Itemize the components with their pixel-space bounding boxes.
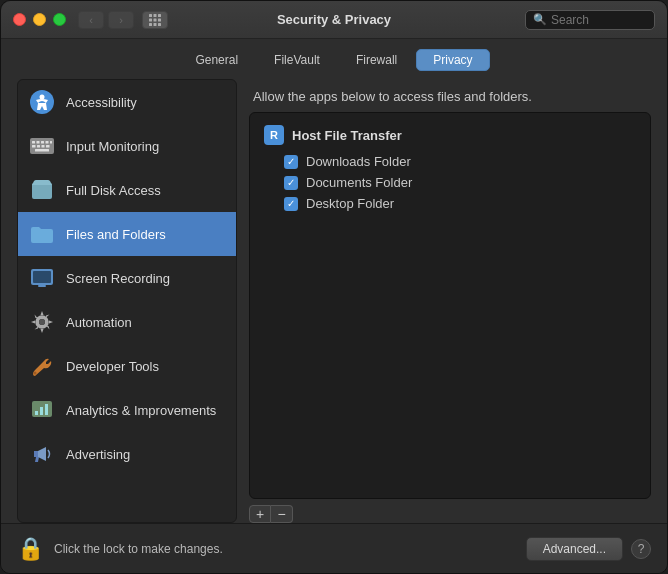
wrench-icon-container [28, 352, 56, 380]
svg-rect-23 [33, 271, 51, 283]
app-header: R Host File Transfer [258, 121, 642, 151]
grid-button[interactable] [142, 11, 168, 29]
folder-icon-container [28, 220, 56, 248]
svg-point-27 [39, 319, 45, 325]
nav-buttons: ‹ › [78, 11, 134, 29]
sidebar-item-input-monitoring-label: Input Monitoring [66, 139, 159, 154]
full-disk-icon [29, 177, 55, 203]
tab-general[interactable]: General [178, 49, 255, 71]
help-button[interactable]: ? [631, 539, 651, 559]
full-disk-icon-container [28, 176, 56, 204]
search-icon: 🔍 [533, 13, 547, 26]
sidebar: Accessibility [17, 79, 237, 523]
checkbox-downloads-label: Downloads Folder [306, 154, 411, 169]
title-bar: ‹ › Security & Privacy 🔍 [1, 1, 667, 39]
svg-point-10 [40, 95, 45, 100]
sidebar-item-automation[interactable]: Automation [18, 300, 236, 344]
sidebar-item-advertising[interactable]: Advertising [18, 432, 236, 476]
svg-rect-2 [158, 14, 161, 17]
content-area: Accessibility [1, 79, 667, 523]
gear-icon-container [28, 308, 56, 336]
search-input[interactable] [551, 13, 647, 27]
sidebar-item-developer-tools-label: Developer Tools [66, 359, 159, 374]
forward-icon: › [119, 14, 123, 26]
svg-rect-16 [50, 141, 52, 144]
back-button[interactable]: ‹ [78, 11, 104, 29]
svg-rect-33 [34, 451, 38, 457]
right-panel: Allow the apps below to access files and… [249, 79, 651, 523]
tab-firewall[interactable]: Firewall [339, 49, 414, 71]
megaphone-icon [30, 442, 54, 466]
window: ‹ › Security & Privacy 🔍 [0, 0, 668, 574]
svg-rect-30 [35, 411, 38, 415]
megaphone-icon-container [28, 440, 56, 468]
checkbox-desktop[interactable]: ✓ Desktop Folder [258, 193, 642, 214]
checkbox-documents-check[interactable]: ✓ [284, 176, 298, 190]
svg-point-28 [34, 372, 37, 375]
tab-bar: General FileVault Firewall Privacy [1, 39, 667, 79]
svg-rect-0 [149, 14, 152, 17]
app-icon: R [264, 125, 284, 145]
svg-rect-8 [158, 23, 161, 26]
close-button[interactable] [13, 13, 26, 26]
advanced-button[interactable]: Advanced... [526, 537, 623, 561]
svg-rect-31 [40, 407, 43, 415]
app-list-container: R Host File Transfer ✓ Downloads Folder … [249, 112, 651, 499]
tab-filevault[interactable]: FileVault [257, 49, 337, 71]
chart-icon [30, 399, 54, 421]
sidebar-item-accessibility-label: Accessibility [66, 95, 137, 110]
svg-rect-6 [149, 23, 152, 26]
traffic-lights [13, 13, 66, 26]
sidebar-item-files-folders-label: Files and Folders [66, 227, 166, 242]
accessibility-icon-container [28, 88, 56, 116]
maximize-button[interactable] [53, 13, 66, 26]
sidebar-item-advertising-label: Advertising [66, 447, 130, 462]
bottom-bar: 🔒 Click the lock to make changes. Advanc… [1, 523, 667, 573]
app-name: Host File Transfer [292, 128, 402, 143]
checkbox-desktop-label: Desktop Folder [306, 196, 394, 211]
sidebar-item-analytics[interactable]: Analytics & Improvements [18, 388, 236, 432]
screen-icon-container [28, 264, 56, 292]
window-title: Security & Privacy [277, 12, 391, 27]
svg-rect-21 [35, 149, 49, 152]
chart-icon-container [28, 396, 56, 424]
sidebar-item-full-disk-access[interactable]: Full Disk Access [18, 168, 236, 212]
svg-rect-18 [37, 145, 40, 148]
add-button[interactable]: + [249, 505, 271, 523]
lock-icon[interactable]: 🔒 [17, 536, 44, 562]
grid-icon [148, 13, 162, 27]
sidebar-item-accessibility[interactable]: Accessibility [18, 80, 236, 124]
sidebar-item-developer-tools[interactable]: Developer Tools [18, 344, 236, 388]
checkbox-downloads-check[interactable]: ✓ [284, 155, 298, 169]
back-icon: ‹ [89, 14, 93, 26]
sidebar-item-input-monitoring[interactable]: Input Monitoring [18, 124, 236, 168]
sidebar-item-full-disk-label: Full Disk Access [66, 183, 161, 198]
folder-icon [29, 223, 55, 245]
minimize-button[interactable] [33, 13, 46, 26]
svg-rect-19 [42, 145, 45, 148]
search-box[interactable]: 🔍 [525, 10, 655, 30]
checkbox-documents-label: Documents Folder [306, 175, 412, 190]
lock-text: Click the lock to make changes. [54, 542, 223, 556]
checkbox-desktop-check[interactable]: ✓ [284, 197, 298, 211]
forward-button[interactable]: › [108, 11, 134, 29]
checkbox-documents[interactable]: ✓ Documents Folder [258, 172, 642, 193]
svg-rect-4 [154, 18, 157, 21]
svg-rect-20 [46, 145, 50, 148]
svg-rect-13 [37, 141, 40, 144]
sidebar-item-screen-recording[interactable]: Screen Recording [18, 256, 236, 300]
list-controls: + − [249, 505, 651, 523]
sidebar-item-files-folders[interactable]: Files and Folders [18, 212, 236, 256]
keyboard-icon [29, 135, 55, 157]
tab-privacy[interactable]: Privacy [416, 49, 489, 71]
remove-button[interactable]: − [271, 505, 293, 523]
sidebar-item-automation-label: Automation [66, 315, 132, 330]
panel-description: Allow the apps below to access files and… [249, 79, 651, 112]
svg-rect-14 [41, 141, 44, 144]
checkbox-downloads[interactable]: ✓ Downloads Folder [258, 151, 642, 172]
svg-rect-24 [38, 285, 46, 287]
sidebar-item-screen-recording-label: Screen Recording [66, 271, 170, 286]
svg-point-9 [30, 90, 54, 114]
svg-rect-15 [46, 141, 49, 144]
screen-icon [29, 267, 55, 289]
